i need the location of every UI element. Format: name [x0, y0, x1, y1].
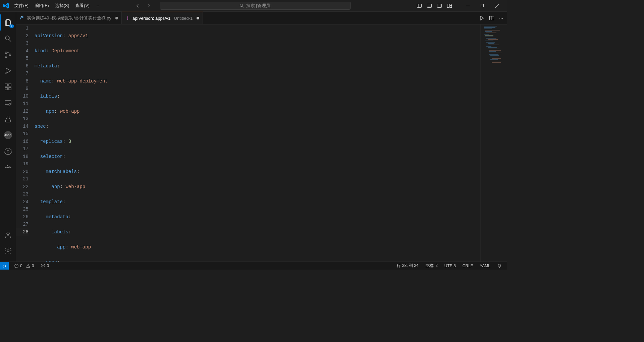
tab-label: 实例训练49 -模拟结账功能-计算实付金额.py: [27, 15, 111, 21]
svg-marker-28: [5, 148, 11, 155]
activity-testing-icon[interactable]: [0, 111, 16, 127]
svg-rect-54: [486, 46, 491, 47]
svg-rect-59: [489, 53, 502, 53]
split-editor-icon[interactable]: [489, 15, 494, 21]
activity-search-icon[interactable]: [0, 31, 16, 47]
run-file-icon[interactable]: [479, 15, 484, 21]
window-maximize[interactable]: [475, 0, 490, 12]
radio-tower-icon: [41, 264, 45, 268]
status-problems[interactable]: 0 0: [13, 264, 35, 268]
activity-explorer-icon[interactable]: 2: [0, 14, 16, 31]
vscode-logo-icon: [0, 3, 12, 9]
activity-docker-icon[interactable]: [0, 159, 16, 175]
svg-rect-24: [9, 84, 11, 86]
remote-indicator[interactable]: [0, 262, 9, 270]
svg-rect-23: [9, 88, 11, 90]
nav-back-icon[interactable]: [135, 3, 141, 8]
svg-point-35: [7, 250, 9, 252]
status-bar: 0 0 0 行 28, 列 24 空格: 2 UTF-8 CRLF YAML: [0, 262, 507, 270]
svg-rect-55: [488, 47, 497, 48]
code-text[interactable]: apiVersion: apps/v1 kind: Deployment met…: [35, 24, 480, 262]
python-file-icon: [19, 15, 25, 21]
svg-rect-2: [417, 4, 422, 8]
tab-python-file[interactable]: 实例训练49 -模拟结账功能-计算实付金额.py: [16, 12, 122, 24]
status-language[interactable]: YAML: [478, 264, 492, 268]
svg-rect-53: [489, 45, 499, 45]
menu-view[interactable]: 查看(V): [72, 2, 92, 10]
layout-panel-left-icon[interactable]: [417, 3, 422, 8]
error-icon: [14, 264, 19, 268]
tab-label: apiVersion: apps/v1: [132, 16, 170, 21]
svg-point-29: [7, 150, 9, 152]
svg-rect-8: [447, 4, 449, 8]
svg-rect-62: [492, 57, 502, 57]
svg-point-0: [240, 4, 243, 7]
svg-point-15: [5, 36, 9, 40]
window-minimize[interactable]: [460, 0, 475, 12]
svg-rect-10: [450, 6, 452, 8]
more-actions-icon[interactable]: ···: [499, 15, 503, 21]
yaml-file-icon: !: [125, 15, 130, 21]
activity-debug-icon[interactable]: [0, 63, 16, 79]
svg-rect-21: [5, 84, 7, 86]
search-icon: [239, 3, 244, 8]
window-close[interactable]: [490, 0, 504, 12]
menu-more[interactable]: ···: [93, 2, 102, 9]
svg-rect-43: [485, 31, 492, 32]
minimap[interactable]: [480, 24, 507, 262]
minimap-preview: [483, 25, 506, 65]
layout-panel-right-icon[interactable]: [437, 3, 442, 8]
svg-rect-49: [488, 39, 498, 40]
svg-rect-57: [489, 50, 501, 51]
status-notifications-icon[interactable]: [496, 264, 503, 268]
warning-icon: [26, 264, 31, 268]
activity-account-icon[interactable]: [0, 227, 16, 243]
title-bar: 文件(F) 编辑(E) 选择(S) 查看(V) ··· 搜索 [管理员]: [0, 0, 507, 12]
line-gutter: 1234567891011121314151617181920212223242…: [16, 24, 35, 262]
customize-layout-icon[interactable]: [447, 3, 452, 8]
menu-edit[interactable]: 编辑(E): [32, 2, 52, 10]
activity-scm-icon[interactable]: [0, 47, 16, 63]
status-ports[interactable]: 0: [39, 264, 50, 268]
svg-rect-64: [490, 59, 498, 60]
menu-select[interactable]: 选择(S): [52, 2, 72, 10]
svg-rect-63: [492, 58, 501, 59]
status-cursor-pos[interactable]: 行 28, 列 24: [395, 263, 420, 269]
svg-rect-41: [484, 28, 492, 29]
activity-kubernetes-icon[interactable]: [0, 143, 16, 159]
search-placeholder: 搜索 [管理员]: [246, 3, 271, 9]
menu-bar: 文件(F) 编辑(E) 选择(S) 查看(V) ···: [12, 2, 102, 10]
svg-point-34: [7, 232, 9, 235]
dirty-indicator-icon: [197, 17, 199, 19]
editor-content[interactable]: 1234567891011121314151617181920212223242…: [16, 24, 507, 262]
svg-rect-56: [488, 49, 499, 49]
activity-extensions-icon[interactable]: [0, 79, 16, 95]
svg-rect-9: [450, 4, 452, 6]
status-indentation[interactable]: 空格: 2: [424, 263, 439, 269]
tab-bar: 实例训练49 -模拟结账功能-计算实付金额.py ! apiVersion: a…: [16, 12, 507, 24]
svg-rect-6: [437, 4, 442, 8]
search-input[interactable]: 搜索 [管理员]: [160, 2, 351, 10]
svg-rect-58: [489, 51, 496, 52]
svg-rect-66: [492, 62, 501, 63]
svg-rect-40: [484, 27, 495, 28]
activity-settings-icon[interactable]: [0, 243, 16, 259]
svg-rect-60: [489, 54, 498, 55]
explorer-badge: 2: [9, 24, 14, 28]
tab-sublabel: Untitled-1: [174, 16, 193, 21]
activity-remote-icon[interactable]: [0, 95, 16, 111]
svg-rect-39: [484, 26, 497, 26]
title-bar-right: [417, 0, 507, 12]
activity-bar: 2 Json: [0, 12, 16, 262]
svg-point-18: [5, 56, 7, 58]
status-eol[interactable]: CRLF: [461, 264, 474, 268]
activity-json-icon[interactable]: Json: [0, 127, 16, 143]
layout-panel-bottom-icon[interactable]: [427, 3, 432, 8]
status-encoding[interactable]: UTF-8: [443, 264, 457, 268]
svg-rect-51: [486, 42, 495, 43]
menu-file[interactable]: 文件(F): [12, 2, 31, 10]
nav-forward-icon[interactable]: [146, 3, 151, 8]
svg-point-27: [9, 103, 11, 105]
tab-yaml-file[interactable]: ! apiVersion: apps/v1 Untitled-1: [122, 12, 203, 24]
svg-rect-44: [486, 33, 496, 33]
